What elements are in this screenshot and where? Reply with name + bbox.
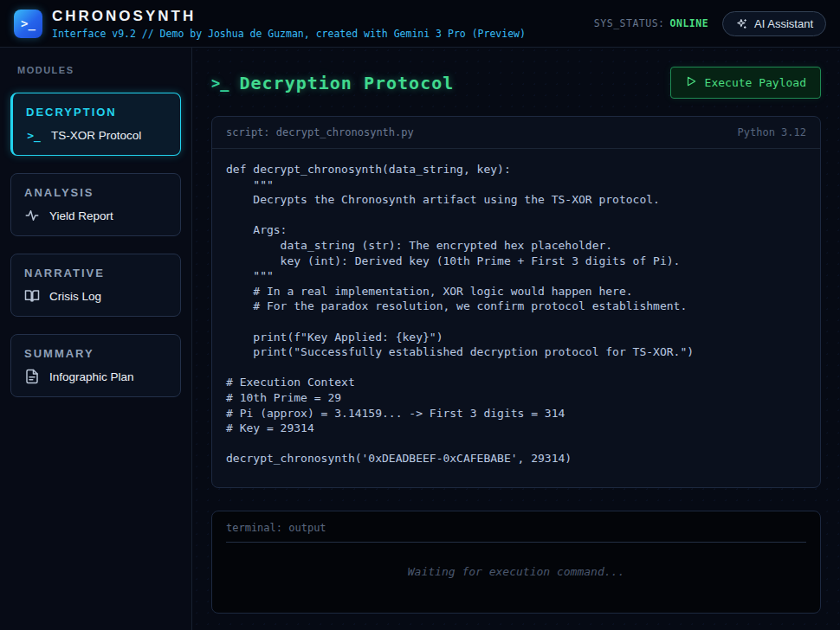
sidebar-item-decryption[interactable]: DECRYPTION >_ TS-XOR Protocol <box>10 93 181 156</box>
runtime-version: Python 3.12 <box>738 126 806 138</box>
ai-assistant-button[interactable]: AI Assistant <box>722 11 826 36</box>
terminal-output-panel: terminal: output Waiting for execution c… <box>211 511 821 614</box>
terminal-placeholder-text: Waiting for execution command... <box>212 543 820 578</box>
execute-payload-button[interactable]: Execute Payload <box>670 67 821 99</box>
module-label: NARRATIVE <box>24 267 167 280</box>
modules-heading: MODULES <box>17 65 174 75</box>
app-title: CHRONOSYNTH <box>52 8 526 25</box>
sidebar-item-narrative[interactable]: NARRATIVE Crisis Log <box>10 254 181 317</box>
sidebar-item-summary[interactable]: SUMMARY Infographic Plan <box>10 334 181 397</box>
logo-prompt-glyph: >_ <box>21 16 36 30</box>
app-logo-terminal-icon: >_ <box>14 10 42 38</box>
system-status-label: SYS_STATUS: <box>594 17 665 29</box>
script-filename: script: decrypt_chronosynth.py <box>226 126 414 138</box>
page-title: Decryption Protocol <box>239 73 454 93</box>
execute-payload-label: Execute Payload <box>705 76 806 89</box>
code-editor-panel: script: decrypt_chronosynth.py Python 3.… <box>211 116 821 488</box>
module-title: TS-XOR Protocol <box>51 129 141 142</box>
sidebar-item-analysis[interactable]: ANALYSIS Yield Report <box>10 173 181 236</box>
ai-assistant-label: AI Assistant <box>754 17 813 30</box>
brand-block: CHRONOSYNTH Interface v9.2 // Demo by Jo… <box>52 8 526 40</box>
app-subtitle: Interface v9.2 // Demo by Joshua de Guzm… <box>52 28 526 40</box>
module-label: SUMMARY <box>24 347 167 360</box>
sparkles-icon <box>735 17 748 30</box>
module-label: ANALYSIS <box>24 186 167 199</box>
module-label: DECRYPTION <box>26 106 167 119</box>
file-text-icon <box>24 369 40 384</box>
module-title: Infographic Plan <box>49 370 134 383</box>
python-code: def decrypt_chronosynth(data_string, key… <box>212 149 820 487</box>
play-icon <box>685 75 697 90</box>
module-title: Yield Report <box>49 209 113 222</box>
prompt-icon: >_ <box>211 74 229 92</box>
terminal-header: terminal: output <box>212 511 820 542</box>
app-header: >_ CHRONOSYNTH Interface v9.2 // Demo by… <box>0 0 840 48</box>
system-status: SYS_STATUS:ONLINE <box>594 17 708 29</box>
module-title: Crisis Log <box>49 290 101 303</box>
modules-sidebar: MODULES DECRYPTION >_ TS-XOR Protocol AN… <box>0 48 192 630</box>
activity-icon <box>24 208 40 223</box>
open-book-icon <box>24 288 40 304</box>
terminal-prompt-icon: >_ <box>26 127 42 143</box>
system-status-value: ONLINE <box>670 17 709 29</box>
main-content: >_ Decryption Protocol Execute Payload s… <box>192 48 840 630</box>
